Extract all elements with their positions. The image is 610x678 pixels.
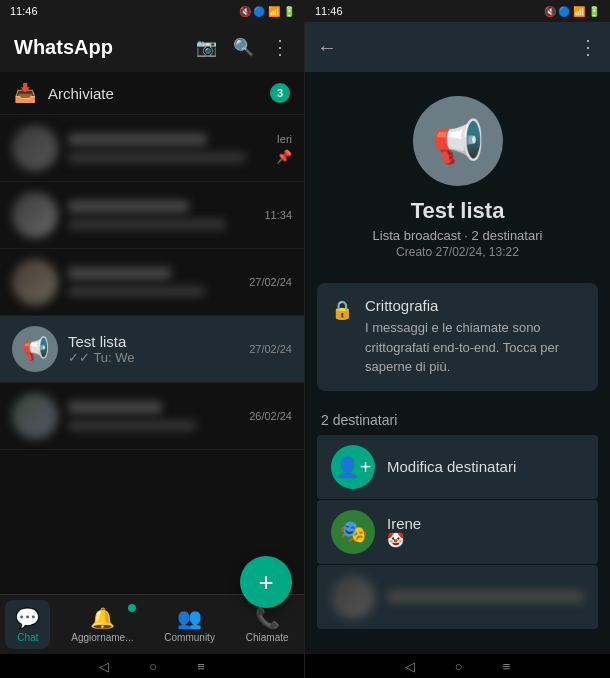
recipient-item-blurred[interactable] xyxy=(317,565,598,629)
recents-sys-btn[interactable]: ≡ xyxy=(197,659,205,674)
avatar xyxy=(12,192,58,238)
profile-avatar: 📢 xyxy=(413,96,503,186)
irene-emoji: 🤡 xyxy=(387,532,421,548)
left-sys-nav: ◁ ○ ≡ xyxy=(0,654,304,678)
right-recents-sys[interactable]: ≡ xyxy=(503,659,511,674)
avatar xyxy=(12,393,58,439)
avatar xyxy=(12,125,58,171)
app-title: WhatsApp xyxy=(14,36,113,59)
back-sys-btn[interactable]: ◁ xyxy=(99,659,109,674)
chat-name: Test lista xyxy=(68,333,239,350)
right-status-time: 11:46 xyxy=(315,5,343,17)
profile-sub2: Creato 27/02/24, 13:22 xyxy=(396,245,519,259)
updates-nav-icon: 🔔 xyxy=(90,606,115,630)
plus-icon: + xyxy=(258,567,273,598)
archived-row[interactable]: 📥 Archiviate 3 xyxy=(0,72,304,115)
archived-label: Archiviate xyxy=(48,85,258,102)
chat-time: 11:34 xyxy=(264,209,292,221)
encryption-card[interactable]: 🔒 Crittografia I messaggi e le chiamate … xyxy=(317,283,598,391)
chat-nav-label: Chat xyxy=(17,632,38,643)
left-header: WhatsApp 📷 🔍 ⋮ xyxy=(0,22,304,72)
list-item[interactable]: 📢 Test lista ✓✓ Tu: We 27/02/24 xyxy=(0,316,304,383)
community-nav-icon: 👥 xyxy=(177,606,202,630)
recipient-item-irene[interactable]: 🎭 Irene 🤡 xyxy=(317,500,598,564)
home-sys-btn[interactable]: ○ xyxy=(149,659,157,674)
nav-item-community[interactable]: 👥 Community xyxy=(154,600,225,649)
right-header: ← ⋮ xyxy=(305,22,610,72)
profile-section: 📢 Test lista Lista broadcast · 2 destina… xyxy=(305,72,610,275)
lock-icon: 🔒 xyxy=(331,299,353,321)
right-status-icons: 🔇 🔵 📶 🔋 xyxy=(544,6,600,17)
edit-recipients-icon: 👤+ xyxy=(331,445,375,489)
updates-badge xyxy=(128,604,136,612)
irene-name: Irene xyxy=(387,515,421,532)
recipients-header: 2 destinatari xyxy=(305,399,610,435)
chat-time: 26/02/24 xyxy=(249,410,292,422)
list-item[interactable]: 26/02/24 xyxy=(0,383,304,450)
irene-avatar: 🎭 xyxy=(331,510,375,554)
nav-item-updates[interactable]: 🔔 Aggiorname... xyxy=(61,600,143,649)
pin-icon: 📌 xyxy=(276,149,292,164)
delete-broadcast-row[interactable]: 🗑️ Elimina lista broadcast xyxy=(317,637,598,655)
right-body: 📢 Test lista Lista broadcast · 2 destina… xyxy=(305,72,610,654)
chat-preview: ✓✓ Tu: We xyxy=(68,350,239,365)
edit-recipients-label: Modifica destinatari xyxy=(387,458,516,475)
right-back-sys[interactable]: ◁ xyxy=(405,659,415,674)
right-home-sys[interactable]: ○ xyxy=(455,659,463,674)
chat-list: Ieri 📌 11:34 xyxy=(0,115,304,594)
menu-icon[interactable]: ⋮ xyxy=(270,35,290,59)
encryption-desc: I messaggi e le chiamate sono crittograf… xyxy=(365,318,584,377)
community-nav-label: Community xyxy=(164,632,215,643)
archived-badge: 3 xyxy=(270,83,290,103)
chat-time: 27/02/24 xyxy=(249,343,292,355)
profile-name: Test lista xyxy=(411,198,505,224)
list-item[interactable]: 11:34 xyxy=(0,182,304,249)
chat-nav-icon: 💬 xyxy=(15,606,40,630)
calls-nav-icon: 📞 xyxy=(255,606,280,630)
left-status-time: 11:46 xyxy=(10,5,38,17)
nav-item-chat[interactable]: 💬 Chat xyxy=(5,600,50,649)
archive-icon: 📥 xyxy=(14,82,36,104)
broadcast-avatar: 📢 xyxy=(12,326,58,372)
list-item[interactable]: 27/02/24 xyxy=(0,249,304,316)
right-menu-icon[interactable]: ⋮ xyxy=(578,35,598,59)
blurred-avatar xyxy=(331,575,375,619)
left-status-icons: 🔇 🔵 📶 🔋 xyxy=(239,6,295,17)
right-sys-nav: ◁ ○ ≡ xyxy=(305,654,610,678)
calls-nav-label: Chiamate xyxy=(246,632,289,643)
avatar xyxy=(12,259,58,305)
modify-recipients-item[interactable]: 👤+ Modifica destinatari xyxy=(317,435,598,499)
updates-nav-label: Aggiorname... xyxy=(71,632,133,643)
profile-sub1: Lista broadcast · 2 destinatari xyxy=(373,228,543,243)
fab-button[interactable]: + xyxy=(240,556,292,608)
list-item[interactable]: Ieri 📌 xyxy=(0,115,304,182)
back-button[interactable]: ← xyxy=(317,36,337,59)
chat-time: 27/02/24 xyxy=(249,276,292,288)
search-icon[interactable]: 🔍 xyxy=(233,37,254,58)
encryption-title: Crittografia xyxy=(365,297,584,314)
chat-time: Ieri xyxy=(277,133,292,145)
camera-icon[interactable]: 📷 xyxy=(196,37,217,58)
